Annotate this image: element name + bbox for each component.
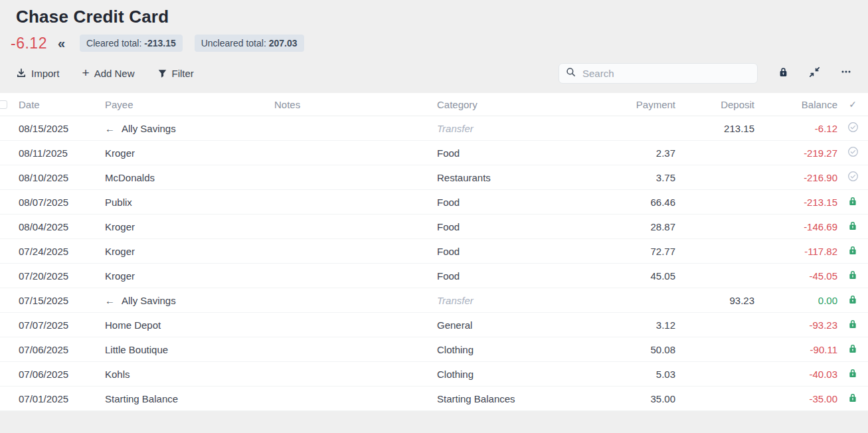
transaction-payee-cell[interactable]: ← Ally Savings <box>101 123 270 134</box>
transaction-payee-cell[interactable]: Kroger <box>101 246 270 257</box>
transaction-payee: Kohls <box>105 369 130 380</box>
transaction-date[interactable]: 07/06/2025 <box>16 369 101 380</box>
transaction-category[interactable]: Transfer <box>433 123 576 134</box>
transaction-row: 08/11/2025 Kroger Food 2.37 -219.27 <box>0 141 868 165</box>
transaction-date[interactable]: 07/01/2025 <box>16 393 101 404</box>
transaction-category[interactable]: Clothing <box>433 369 576 380</box>
reconciled-lock-icon[interactable] <box>847 294 858 307</box>
transaction-date[interactable]: 07/24/2025 <box>16 246 101 257</box>
transaction-payee-cell[interactable]: Kroger <box>101 270 270 282</box>
add-new-button[interactable]: + Add New <box>82 68 135 79</box>
cleared-check-icon[interactable] <box>847 146 859 159</box>
transaction-row: 07/06/2025 Little Boutique Clothing 50.0… <box>0 337 868 362</box>
transaction-category[interactable]: Starting Balances <box>433 393 576 404</box>
transaction-status-cell[interactable] <box>837 368 868 381</box>
transfer-arrow-icon: ← <box>105 123 115 134</box>
reconciled-lock-icon[interactable] <box>847 319 858 331</box>
cleared-check-icon[interactable] <box>847 171 859 184</box>
reconciled-lock-icon[interactable] <box>847 368 858 381</box>
transaction-payee: Publix <box>105 197 132 208</box>
transaction-category[interactable]: Restaurants <box>433 172 576 183</box>
transaction-date[interactable]: 08/10/2025 <box>16 172 101 183</box>
transaction-category[interactable]: General <box>433 319 576 331</box>
reconciled-lock-icon[interactable] <box>847 392 858 405</box>
transaction-date[interactable]: 07/15/2025 <box>16 295 101 306</box>
search-box[interactable] <box>559 63 758 84</box>
transaction-date[interactable]: 08/15/2025 <box>16 123 101 134</box>
transaction-date[interactable]: 07/06/2025 <box>16 344 101 355</box>
transaction-payee: Ally Savings <box>122 295 176 306</box>
transaction-category[interactable]: Transfer <box>433 295 576 306</box>
transaction-payee-cell[interactable]: Kroger <box>101 221 270 232</box>
transaction-category[interactable]: Food <box>433 270 576 282</box>
transaction-deposit[interactable]: 213.15 <box>675 123 754 134</box>
import-button[interactable]: Import <box>16 68 60 79</box>
transaction-status-cell[interactable] <box>837 343 868 356</box>
transaction-date[interactable]: 08/04/2025 <box>16 221 101 232</box>
transaction-payment[interactable]: 3.75 <box>576 172 675 183</box>
transaction-payment[interactable]: 50.08 <box>576 344 675 355</box>
transaction-balance: -90.11 <box>754 344 837 355</box>
transaction-payment[interactable]: 45.05 <box>576 270 675 282</box>
transaction-payee-cell[interactable]: Home Depot <box>101 319 270 331</box>
reconciled-lock-icon[interactable] <box>847 343 858 356</box>
transaction-row: 08/04/2025 Kroger Food 28.87 -146.69 <box>0 215 868 239</box>
transaction-status-cell[interactable] <box>837 270 868 282</box>
reconciled-lock-icon[interactable] <box>847 270 858 282</box>
transaction-payment[interactable]: 5.03 <box>576 369 675 380</box>
transaction-status-cell[interactable] <box>837 196 868 209</box>
cleared-check-icon[interactable] <box>847 122 859 135</box>
search-icon <box>566 67 576 80</box>
transaction-payment[interactable]: 3.12 <box>576 319 675 331</box>
transaction-date[interactable]: 08/11/2025 <box>16 147 101 159</box>
transaction-date[interactable]: 07/20/2025 <box>16 270 101 282</box>
filter-label: Filter <box>172 68 194 79</box>
transaction-payment[interactable]: 66.46 <box>576 197 675 208</box>
transaction-payee-cell[interactable]: McDonalds <box>101 172 270 183</box>
transaction-deposit[interactable]: 93.23 <box>675 295 754 306</box>
toolbar: Import + Add New Filter <box>0 62 868 84</box>
reconciled-lock-icon[interactable] <box>847 245 858 258</box>
column-header-payment: Payment <box>576 99 675 110</box>
transaction-category[interactable]: Food <box>433 197 576 208</box>
transaction-status-cell[interactable] <box>837 122 868 135</box>
collapse-totals-button[interactable]: « <box>58 37 65 50</box>
account-balance: -6.12 <box>11 35 47 52</box>
reconciled-lock-icon[interactable] <box>847 220 858 233</box>
transaction-payee-cell[interactable]: Starting Balance <box>101 393 270 404</box>
select-all-checkbox[interactable] <box>0 100 7 109</box>
more-options-button[interactable] <box>840 66 852 80</box>
transaction-status-cell[interactable] <box>837 171 868 184</box>
filter-button[interactable]: Filter <box>157 68 194 79</box>
search-input[interactable] <box>581 67 750 80</box>
column-header-balance: Balance <box>754 99 837 110</box>
transaction-payee-cell[interactable]: Kroger <box>101 147 270 159</box>
transaction-payee-cell[interactable]: ← Ally Savings <box>101 295 270 306</box>
transaction-row: 08/10/2025 McDonalds Restaurants 3.75 -2… <box>0 165 868 190</box>
collapse-transactions-button[interactable] <box>809 66 820 80</box>
transaction-category[interactable]: Food <box>433 147 576 159</box>
transaction-payment[interactable]: 2.37 <box>576 147 675 159</box>
transaction-payee-cell[interactable]: Little Boutique <box>101 344 270 355</box>
column-header-date: Date <box>16 99 101 110</box>
transaction-row: 08/07/2025 Publix Food 66.46 -213.15 <box>0 190 868 215</box>
transaction-payee: Kroger <box>105 246 135 257</box>
transaction-category[interactable]: Clothing <box>433 344 576 355</box>
privacy-lock-button[interactable] <box>778 66 789 80</box>
reconciled-lock-icon[interactable] <box>847 196 858 209</box>
transaction-payment[interactable]: 35.00 <box>576 393 675 404</box>
transaction-status-cell[interactable] <box>837 245 868 258</box>
transaction-payee-cell[interactable]: Publix <box>101 197 270 208</box>
transaction-status-cell[interactable] <box>837 294 868 307</box>
transaction-category[interactable]: Food <box>433 221 576 232</box>
transaction-category[interactable]: Food <box>433 246 576 257</box>
transaction-date[interactable]: 07/07/2025 <box>16 319 101 331</box>
transaction-date[interactable]: 08/07/2025 <box>16 197 101 208</box>
transaction-status-cell[interactable] <box>837 319 868 331</box>
transaction-status-cell[interactable] <box>837 146 868 159</box>
transaction-status-cell[interactable] <box>837 392 868 405</box>
transaction-payee-cell[interactable]: Kohls <box>101 369 270 380</box>
transaction-payment[interactable]: 28.87 <box>576 221 675 232</box>
transaction-status-cell[interactable] <box>837 220 868 233</box>
transaction-payment[interactable]: 72.77 <box>576 246 675 257</box>
